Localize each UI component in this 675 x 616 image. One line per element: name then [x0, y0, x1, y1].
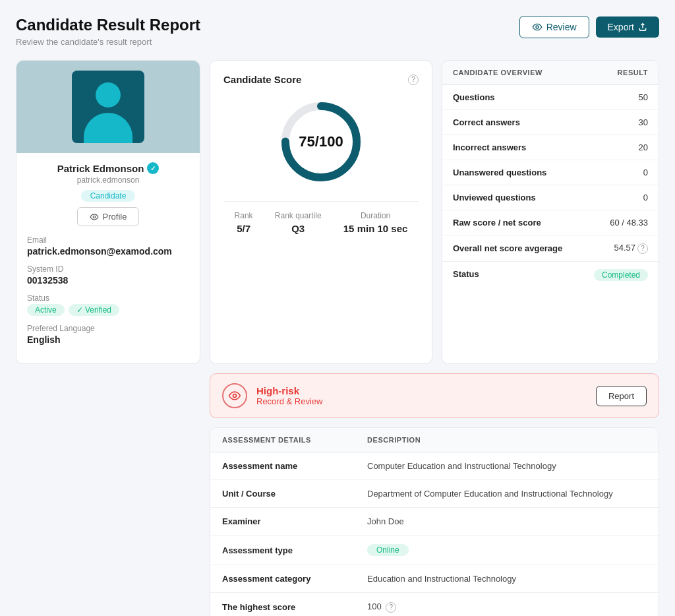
avatar-background — [16, 61, 200, 153]
svg-point-0 — [536, 26, 539, 28]
overview-row: Unviewed questions0 — [442, 185, 659, 210]
language-label: Prefered Language — [27, 324, 189, 333]
overview-value: 54.57? — [614, 243, 648, 254]
high-risk-alert: High-risk Record & Review Report — [210, 373, 659, 418]
assessment-key: Assessment type — [222, 545, 367, 555]
overview-rows: Questions50Correct answers30Incorrect an… — [442, 85, 659, 287]
svg-point-4 — [233, 394, 237, 398]
active-badge: Active — [27, 304, 65, 316]
assessment-value: Computer Education and Instructional Tec… — [367, 461, 647, 471]
assessment-row: Assessment typeOnline — [210, 536, 659, 565]
status-badges: Active ✓ Verified — [27, 304, 189, 316]
overview-row: Raw score / net score60 / 48.33 — [442, 210, 659, 235]
header-actions: Review Export — [519, 16, 659, 38]
rank-label: Rank — [235, 211, 253, 220]
score-info-icon[interactable]: ? — [408, 75, 419, 85]
profile-card: Patrick Edmonson ✓ patrick.edmonson Cand… — [16, 60, 200, 364]
alert-text: High-risk Record & Review — [256, 385, 587, 406]
assessment-value: Online — [367, 544, 647, 556]
assessment-row: Assessment nameComputer Education and In… — [210, 452, 659, 480]
assessment-value: 100 ? — [367, 601, 647, 613]
export-button[interactable]: Export — [596, 16, 659, 38]
page-title: Candidate Result Report — [16, 16, 200, 34]
main-grid: Patrick Edmonson ✓ patrick.edmonson Cand… — [16, 60, 659, 364]
overview-value: 50 — [639, 92, 648, 102]
status-label: Status — [27, 293, 189, 303]
rank-value: 5/7 — [235, 223, 253, 234]
assessment-row: ExaminerJohn Doe — [210, 508, 659, 536]
overview-value: 0 — [643, 168, 648, 177]
assessment-key: Examiner — [222, 516, 367, 526]
assessment-rows: Assessment nameComputer Education and In… — [210, 452, 659, 616]
overview-row: Correct answers30 — [442, 110, 659, 135]
score-donut-chart: 75/100 — [275, 96, 367, 188]
eye-icon-profile — [90, 212, 99, 222]
assessment-col1: ASSESSMENT DETAILS — [222, 436, 367, 444]
bottom-section: High-risk Record & Review Report ASSESSM… — [16, 373, 659, 616]
overview-key: Questions — [453, 92, 639, 102]
overview-row: Questions50 — [442, 85, 659, 110]
overview-row: Incorrect answers20 — [442, 135, 659, 160]
profile-button[interactable]: Profile — [77, 207, 140, 226]
eye-icon — [532, 22, 543, 32]
overview-value: 20 — [639, 142, 648, 152]
overview-row: StatusCompleted — [442, 262, 659, 287]
overview-header: CANDIDATE OVERVIEW RESULT — [442, 61, 659, 85]
overview-key: Correct answers — [453, 117, 639, 127]
duration-label: Duration — [343, 211, 408, 220]
header-titles: Candidate Result Report Review the candi… — [16, 16, 200, 47]
duration-item: Duration 15 min 10 sec — [343, 211, 408, 234]
score-meta: Rank 5/7 Rank quartile Q3 Duration 15 mi… — [223, 201, 419, 234]
overview-key: Incorrect answers — [453, 142, 639, 152]
overview-row: Unanswered questions0 — [442, 160, 659, 185]
candidate-badge: Candidate — [81, 190, 136, 202]
score-value: 75/100 — [299, 133, 343, 150]
overview-value: 0 — [643, 193, 648, 202]
review-button[interactable]: Review — [519, 16, 589, 38]
email-label: Email — [27, 235, 189, 245]
assessment-col2: DESCRIPTION — [367, 436, 647, 444]
verified-badge: ✓ Verified — [69, 304, 119, 316]
completed-badge: Completed — [594, 269, 648, 281]
system-id-value: 00132538 — [27, 275, 189, 286]
overview-col2: RESULT — [618, 69, 648, 77]
alert-eye-icon — [222, 383, 247, 408]
overview-key: Raw score / net score — [453, 218, 610, 228]
duration-value: 15 min 10 sec — [343, 223, 408, 234]
system-id-label: System ID — [27, 264, 189, 274]
page-header: Candidate Result Report Review the candi… — [16, 16, 659, 47]
rank-quartile-value: Q3 — [275, 223, 322, 234]
verified-check-icon: ✓ — [147, 162, 159, 174]
rank-quartile-item: Rank quartile Q3 — [275, 211, 322, 234]
candidate-info-section: Email patrick.edmonson@examod.com System… — [16, 226, 200, 345]
assessment-value: Department of Computer Education and Ins… — [367, 489, 647, 499]
alert-desc: Record & Review — [256, 396, 587, 406]
svg-point-1 — [93, 216, 96, 218]
candidate-name: Patrick Edmonson ✓ — [27, 162, 189, 174]
language-value: English — [27, 334, 189, 345]
report-button[interactable]: Report — [596, 386, 647, 406]
rank-item: Rank 5/7 — [235, 211, 253, 234]
assessment-key: Unit / Course — [222, 489, 367, 499]
assessment-row: The highest score100 ? — [210, 593, 659, 616]
info-icon[interactable]: ? — [637, 243, 648, 254]
overview-key: Status — [453, 269, 594, 279]
email-value: patrick.edmonson@examod.com — [27, 246, 189, 257]
online-badge: Online — [367, 544, 409, 556]
overview-value: 60 / 48.33 — [610, 218, 648, 228]
score-card: Candidate Score ? 75/100 Rank 5/7 Rank q… — [210, 60, 432, 364]
assessment-row: Assessment categoryEducation and Instruc… — [210, 565, 659, 593]
score-header: Candidate Score ? — [223, 74, 419, 85]
assessment-card: ASSESSMENT DETAILS DESCRIPTION Assessmen… — [210, 427, 659, 616]
assessment-value: John Doe — [367, 516, 647, 526]
overview-value: 30 — [639, 117, 648, 127]
candidate-username: patrick.edmonson — [27, 175, 189, 185]
overview-row: Overall net score avgerage54.57? — [442, 235, 659, 262]
info-icon[interactable]: ? — [386, 602, 396, 613]
overview-value: Completed — [594, 269, 648, 280]
overview-card: CANDIDATE OVERVIEW RESULT Questions50Cor… — [442, 60, 659, 364]
overview-col1: CANDIDATE OVERVIEW — [453, 69, 618, 77]
right-section: High-risk Record & Review Report ASSESSM… — [210, 373, 659, 616]
avatar-body — [84, 113, 132, 143]
rank-quartile-label: Rank quartile — [275, 211, 322, 220]
